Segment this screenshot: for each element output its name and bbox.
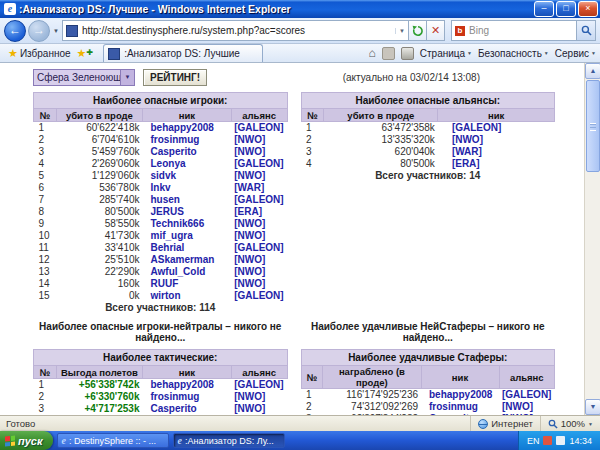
minimize-button[interactable]: – bbox=[534, 1, 554, 17]
cell: 5 bbox=[34, 170, 57, 182]
page-menu[interactable]: Страница▼ bbox=[420, 48, 472, 59]
cell-link[interactable]: [GALEON] bbox=[231, 194, 287, 206]
cell-link[interactable]: RUUF bbox=[143, 278, 232, 290]
stafers-table: Наиболее удачливые Стаферы: № награблено… bbox=[301, 349, 556, 415]
address-bar[interactable]: http://stat.destinysphere.ru/system.php?… bbox=[62, 20, 409, 41]
cell-link[interactable]: [NWO] bbox=[231, 266, 287, 278]
refresh-button[interactable] bbox=[409, 20, 427, 41]
back-button[interactable]: ← bbox=[4, 20, 26, 42]
vertical-scrollbar[interactable]: ▲ ▼ bbox=[584, 63, 600, 415]
cell-link[interactable]: [ERA] bbox=[231, 206, 287, 218]
cell-link[interactable]: sidvk bbox=[143, 170, 232, 182]
cell-link[interactable]: [ERA] bbox=[438, 158, 555, 170]
window-title: :Анализатор DS: Лучшие - Windows Interne… bbox=[19, 3, 532, 15]
scroll-up-button[interactable]: ▲ bbox=[585, 63, 600, 79]
cell: 2 bbox=[34, 134, 57, 146]
cell-link[interactable]: ASkamerman bbox=[143, 254, 232, 266]
sphere-select-value: Сфера Зеленоюща bbox=[34, 72, 120, 83]
cell-link[interactable]: [NWO] bbox=[231, 278, 287, 290]
cell-link[interactable]: frosinmug bbox=[143, 391, 232, 403]
cell-link[interactable]: behappy2008 bbox=[143, 379, 232, 392]
history-dropdown-icon[interactable]: ▼ bbox=[53, 28, 59, 34]
task-button-analyzer[interactable]: e :Анализатор DS: Лу... bbox=[173, 433, 285, 448]
cell-link[interactable]: wirton bbox=[143, 290, 232, 302]
ie-icon: e bbox=[62, 436, 66, 446]
add-favorite-button[interactable]: ★✚ bbox=[77, 47, 96, 60]
cell-link[interactable]: Casperito bbox=[143, 403, 232, 415]
cell-link[interactable]: JERUS bbox=[143, 206, 232, 218]
cell-link[interactable]: Awful_Cold bbox=[143, 266, 232, 278]
forward-button[interactable]: → bbox=[28, 20, 50, 42]
rating-button[interactable]: РЕЙТИНГ! bbox=[143, 69, 207, 86]
cell-link[interactable]: [NWO] bbox=[499, 401, 554, 413]
table-row: 3620'040k[WAR] bbox=[301, 146, 555, 158]
cell: 1 bbox=[301, 122, 324, 135]
cell-link[interactable]: [NWO] bbox=[438, 134, 555, 146]
maximize-button[interactable]: □ bbox=[556, 1, 576, 17]
cell-link[interactable]: [GALEON] bbox=[231, 122, 287, 135]
feeds-icon[interactable] bbox=[382, 47, 395, 60]
language-indicator[interactable]: EN bbox=[527, 436, 540, 446]
close-button[interactable]: × bbox=[578, 1, 598, 17]
cell-link[interactable]: Behrial bbox=[143, 242, 232, 254]
cell: 11 bbox=[34, 242, 57, 254]
cell-link[interactable]: [GALEON] bbox=[231, 379, 287, 392]
sphere-select[interactable]: Сфера Зеленоюща ▼ bbox=[33, 69, 135, 86]
cell-link[interactable]: [GALEON] bbox=[231, 290, 287, 302]
cell-link[interactable]: [NWO] bbox=[231, 391, 287, 403]
select-arrow-icon[interactable]: ▼ bbox=[120, 70, 134, 85]
tab-favicon-icon bbox=[108, 48, 120, 60]
cell-link[interactable]: [WAR] bbox=[438, 146, 555, 158]
not-found-notes: Наиболее опасные игроки-нейтралы – никог… bbox=[33, 321, 555, 343]
cell-link[interactable]: frosinmug bbox=[421, 401, 499, 413]
cell-link[interactable]: [GALEON] bbox=[499, 389, 554, 402]
home-icon[interactable]: ⌂ bbox=[369, 46, 376, 60]
browser-tab[interactable]: :Анализатор DS: Лучшие bbox=[103, 44, 263, 62]
favorites-button[interactable]: ★ Избранное bbox=[4, 45, 75, 62]
table-row: 213'335'320k[NWO] bbox=[301, 134, 555, 146]
cell-link[interactable]: [NWO] bbox=[231, 146, 287, 158]
plus-icon: ✚ bbox=[86, 48, 93, 57]
start-button[interactable]: пуск bbox=[0, 431, 53, 450]
cell-link[interactable]: [NWO] bbox=[231, 254, 287, 266]
cell-link[interactable]: [GALEON] bbox=[231, 242, 287, 254]
cell-link[interactable]: [NWO] bbox=[231, 230, 287, 242]
url-text[interactable]: http://stat.destinysphere.ru/system.php?… bbox=[82, 25, 392, 36]
cell-link[interactable]: [GALEON] bbox=[438, 122, 555, 135]
cell-link[interactable]: behappy2008 bbox=[421, 389, 499, 402]
search-box[interactable]: b Bing bbox=[451, 20, 577, 41]
scroll-down-button[interactable]: ▼ bbox=[585, 399, 600, 415]
cell-link[interactable]: mif_ugra bbox=[143, 230, 232, 242]
safety-menu[interactable]: Безопасность▼ bbox=[478, 48, 549, 59]
search-button[interactable] bbox=[577, 20, 596, 41]
column-header: альянс bbox=[231, 366, 287, 379]
zoom-dropdown-icon[interactable]: ▼ bbox=[588, 421, 593, 427]
tray-icon[interactable] bbox=[556, 436, 565, 445]
search-input[interactable]: Bing bbox=[469, 25, 573, 36]
cell-link[interactable]: behappy2008 bbox=[143, 122, 232, 135]
address-dropdown-icon[interactable]: ▼ bbox=[395, 28, 405, 34]
cell-link[interactable]: [NWO] bbox=[231, 218, 287, 230]
cell-link[interactable]: [NWO] bbox=[231, 403, 287, 415]
cell-link[interactable]: Inkv bbox=[143, 182, 232, 194]
task-button-destinysphere[interactable]: e : DestinySphere :: - ... bbox=[57, 433, 169, 448]
cell-link[interactable]: [WAR] bbox=[231, 182, 287, 194]
cell-link[interactable]: husen bbox=[143, 194, 232, 206]
cell-link[interactable]: Casperito bbox=[143, 146, 232, 158]
cell-link[interactable]: [GALEON] bbox=[231, 158, 287, 170]
tools-menu[interactable]: Сервис▼ bbox=[555, 48, 596, 59]
cell-link[interactable]: frosinmug bbox=[143, 134, 232, 146]
scroll-thumb[interactable] bbox=[586, 80, 600, 172]
neistafer-note: Наиболее удачливые НейСтаферы – никого н… bbox=[301, 321, 556, 343]
stop-button[interactable]: ✕ bbox=[427, 20, 445, 41]
cell: 80'500k bbox=[324, 158, 438, 170]
cell-link[interactable]: Leonya bbox=[143, 158, 232, 170]
cell-link[interactable]: [NWO] bbox=[231, 170, 287, 182]
bottom-tables: Наиболее тактические: № Выгода полетов н… bbox=[33, 349, 555, 415]
print-icon[interactable] bbox=[401, 47, 414, 60]
zoom-control[interactable]: 100% ▼ bbox=[540, 416, 600, 431]
cell-link[interactable]: [NWO] bbox=[231, 134, 287, 146]
tray-icon[interactable] bbox=[543, 436, 552, 445]
cell: 14 bbox=[34, 278, 57, 290]
cell-link[interactable]: Technik666 bbox=[143, 218, 232, 230]
